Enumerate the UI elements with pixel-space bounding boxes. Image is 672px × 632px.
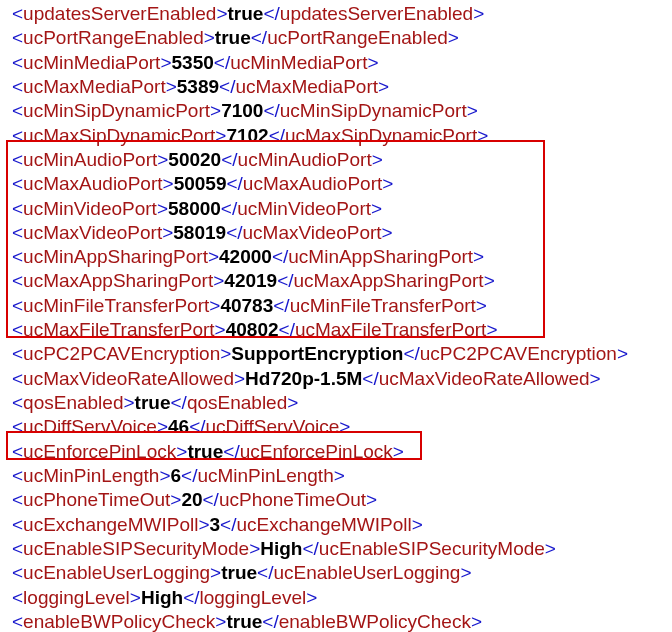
xml-block: <updatesServerEnabled>true</updatesServe…: [0, 0, 672, 632]
xml-line: <ucPC2PCAVEncryption>SupportEncryption</…: [0, 342, 672, 366]
xml-line: <ucMinAppSharingPort>42000</ucMinAppShar…: [0, 245, 672, 269]
xml-line: <ucMinAudioPort>50020</ucMinAudioPort>: [0, 148, 672, 172]
xml-line: <ucMaxAudioPort>50059</ucMaxAudioPort>: [0, 172, 672, 196]
xml-line: <ucMaxVideoRateAllowed>Hd720p-1.5M</ucMa…: [0, 367, 672, 391]
xml-line: <ucExchangeMWIPoll>3</ucExchangeMWIPoll>: [0, 513, 672, 537]
xml-line: <ucMinVideoPort>58000</ucMinVideoPort>: [0, 197, 672, 221]
xml-value: true: [228, 3, 264, 24]
xml-line: <ucDiffServVoice>46</ucDiffServVoice>: [0, 415, 672, 439]
xml-line: <enableBWPolicyCheck>true</enableBWPolic…: [0, 610, 672, 632]
xml-line: <loggingLevel>High</loggingLevel>: [0, 586, 672, 610]
bracket-end-open: </: [263, 3, 279, 24]
xml-line: <updatesServerEnabled>true</updatesServe…: [0, 2, 672, 26]
xml-line: <ucMinSipDynamicPort>7100</ucMinSipDynam…: [0, 99, 672, 123]
xml-line: <ucMaxSipDynamicPort>7102</ucMaxSipDynam…: [0, 124, 672, 148]
xml-line: <ucMinMediaPort>5350</ucMinMediaPort>: [0, 51, 672, 75]
xml-line: <ucMaxAppSharingPort>42019</ucMaxAppShar…: [0, 269, 672, 293]
xml-line: <ucPortRangeEnabled>true</ucPortRangeEna…: [0, 26, 672, 50]
xml-line: <ucMinPinLength>6</ucMinPinLength>: [0, 464, 672, 488]
xml-line: <ucMaxMediaPort>5389</ucMaxMediaPort>: [0, 75, 672, 99]
xml-tag-close: updatesServerEnabled: [280, 3, 473, 24]
xml-line: <ucEnableSIPSecurityMode>High</ucEnableS…: [0, 537, 672, 561]
xml-line: <ucMaxVideoPort>58019</ucMaxVideoPort>: [0, 221, 672, 245]
xml-line: <ucMaxFileTransferPort>40802</ucMaxFileT…: [0, 318, 672, 342]
xml-tag-open: updatesServerEnabled: [23, 3, 216, 24]
xml-line: <qosEnabled>true</qosEnabled>: [0, 391, 672, 415]
bracket-close: >: [216, 3, 227, 24]
xml-line: <ucPhoneTimeOut>20</ucPhoneTimeOut>: [0, 488, 672, 512]
xml-line: <ucEnableUserLogging>true</ucEnableUserL…: [0, 561, 672, 585]
xml-line: <ucMinFileTransferPort>40783</ucMinFileT…: [0, 294, 672, 318]
xml-line: <ucEnforcePinLock>true</ucEnforcePinLock…: [0, 440, 672, 464]
bracket-end-close: >: [473, 3, 484, 24]
bracket-open: <: [12, 3, 23, 24]
